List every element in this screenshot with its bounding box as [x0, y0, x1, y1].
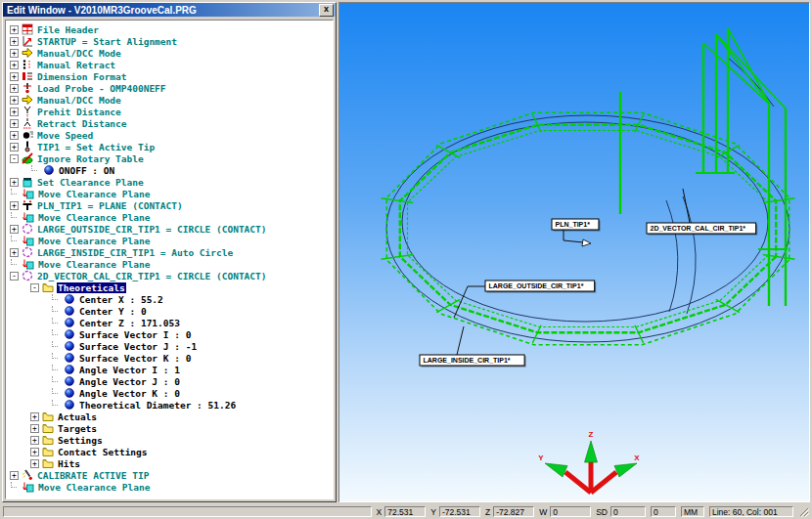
status-w-label: W — [539, 507, 547, 517]
tree-item[interactable]: -Theoreticals — [10, 281, 333, 293]
tree-connector — [11, 236, 17, 241]
tree-item[interactable]: +Manual/DCC Mode — [10, 94, 333, 106]
tree-item[interactable]: -Ignore Rotary Table — [10, 152, 333, 164]
tree-item[interactable]: Angle Vector K : 0 — [10, 387, 333, 399]
folder-icon — [42, 457, 54, 469]
expand-toggle[interactable]: - — [10, 272, 19, 281]
expand-toggle[interactable]: + — [10, 49, 19, 58]
tree-item[interactable]: Move Clearance Plane — [10, 258, 333, 270]
expand-toggle[interactable]: + — [10, 84, 19, 93]
tree-item-label: 2D_VECTOR_CAL_CIR_TIP1 = CIRCLE (CONTACT… — [36, 271, 268, 281]
expand-toggle[interactable]: - — [30, 283, 39, 292]
tree-item[interactable]: +LARGE_OUTSIDE_CIR_TIP1 = CIRCLE (CONTAC… — [10, 223, 333, 235]
tree-item-label: Angle Vector I : 1 — [78, 365, 181, 375]
tree-item[interactable]: -2D_VECTOR_CAL_CIR_TIP1 = CIRCLE (CONTAC… — [10, 270, 333, 281]
status-z-value: -72.827 — [493, 506, 534, 517]
tree-item[interactable]: Center X : 55.2 — [10, 293, 333, 305]
tree-item[interactable]: +Targets — [10, 422, 333, 434]
view-background — [339, 3, 809, 501]
expand-toggle[interactable]: + — [10, 248, 19, 257]
expand-toggle[interactable]: + — [30, 424, 39, 433]
tree-item[interactable]: Center Z : 171.053 — [10, 317, 333, 328]
expand-toggle[interactable]: + — [10, 37, 19, 46]
program-tree[interactable]: +File Header+STARTUP = Start Alignment+M… — [5, 20, 334, 499]
tree-item[interactable]: Surface Vector I : 0 — [10, 328, 333, 340]
tree-item-label: Center Y : 0 — [78, 306, 148, 317]
tree-item[interactable]: +Manual/DCC Mode — [10, 47, 333, 59]
tree-item[interactable]: +File Header — [10, 23, 333, 35]
tree-item[interactable]: +Retract Distance — [10, 117, 333, 129]
tree-indent — [10, 299, 51, 300]
tree-item[interactable]: +CALIBRATE ACTIVE TIP — [10, 469, 333, 481]
expand-toggle[interactable]: - — [10, 154, 19, 163]
tree-item-label: Surface Vector K : 0 — [78, 353, 192, 364]
tree-item-label: Move Clearance Plane — [37, 482, 151, 493]
tree-connector — [52, 318, 58, 324]
expand-toggle[interactable]: + — [30, 412, 39, 421]
sphere-bullet-icon — [64, 317, 75, 328]
tree-item-label: Manual/DCC Mode — [36, 95, 122, 106]
expand-toggle[interactable]: + — [10, 131, 19, 140]
plane-feature-icon — [22, 199, 33, 211]
tree-item[interactable]: +Dimension Format — [10, 70, 333, 82]
status-y-value: -72.531 — [439, 506, 480, 517]
tree-item[interactable]: Angle Vector J : 0 — [10, 375, 333, 387]
tree-item[interactable]: ONOFF : ON — [10, 164, 333, 176]
tree-item[interactable]: +PLN_TIP1 = PLANE (CONTACT) — [10, 199, 333, 211]
expand-toggle[interactable]: + — [10, 72, 19, 81]
tree-item-label: Set Clearance Plane — [36, 177, 145, 188]
tree-item[interactable]: +Move Speed — [10, 129, 333, 141]
folder-icon — [42, 422, 54, 434]
tree-item[interactable]: Move Clearance Plane — [10, 481, 333, 493]
tree-item[interactable]: +TIP1 = Set Active Tip — [10, 141, 333, 152]
expand-toggle[interactable]: + — [10, 96, 19, 105]
tree-item[interactable]: Center Y : 0 — [10, 305, 333, 317]
svg-text:LARGE_INSIDE_CIR_TIP1*: LARGE_INSIDE_CIR_TIP1* — [424, 357, 511, 364]
tree-item-label: Contact Settings — [57, 447, 149, 457]
window-title: Edit Window - V2010MR3GrooveCal.PRG — [7, 5, 319, 16]
expand-toggle[interactable]: + — [10, 119, 19, 128]
expand-toggle[interactable]: + — [30, 459, 39, 468]
expand-toggle[interactable]: + — [10, 61, 19, 69]
expand-toggle[interactable]: + — [30, 436, 39, 445]
tree-item[interactable]: +Hits — [10, 457, 333, 469]
tree-item[interactable]: Move Clearance Plane — [10, 235, 333, 246]
status-z-label: Z — [485, 507, 490, 517]
expand-toggle[interactable]: + — [10, 25, 19, 34]
prehit-distance-icon — [22, 106, 33, 117]
tree-item[interactable]: +Load Probe - OMP400NEFF — [10, 82, 333, 94]
graphics-view[interactable]: PLN_TIP1*2D_VECTOR_CAL_CIR_TIP1*LARGE_OU… — [339, 3, 809, 501]
close-button[interactable]: x — [319, 4, 334, 17]
tree-item[interactable]: Surface Vector K : 0 — [10, 352, 333, 364]
expand-toggle[interactable]: + — [10, 201, 19, 210]
expand-toggle[interactable]: + — [10, 143, 19, 151]
expand-toggle[interactable]: + — [10, 471, 19, 480]
sphere-bullet-icon — [43, 164, 55, 176]
expand-toggle[interactable]: + — [10, 225, 19, 234]
tree-item[interactable]: +Manual Retract — [10, 59, 333, 70]
expand-toggle[interactable]: + — [10, 108, 19, 116]
folder-icon — [42, 434, 54, 446]
tree-item[interactable]: +Contact Settings — [10, 446, 333, 457]
tree-item-label: Theoretical Diameter : 51.26 — [78, 400, 237, 411]
tree-item[interactable]: +Actuals — [10, 411, 333, 422]
tree-item[interactable]: +STARTUP = Start Alignment — [10, 35, 333, 47]
tree-item[interactable]: Move Clearance Plane — [10, 211, 333, 223]
tree-item-label: Angle Vector K : 0 — [78, 388, 181, 399]
tree-item[interactable]: +Set Clearance Plane — [10, 176, 333, 188]
tree-item[interactable]: +LARGE_INSIDE_CIR_TIP1 = Auto Circle — [10, 246, 333, 258]
tree-item-label: TIP1 = Set Active Tip — [36, 142, 156, 152]
tree-item-label: Move Clearance Plane — [37, 236, 151, 246]
tree-item[interactable]: Surface Vector J : -1 — [10, 340, 333, 352]
edit-window-titlebar[interactable]: Edit Window - V2010MR3GrooveCal.PRG x — [3, 3, 336, 17]
expand-toggle[interactable]: + — [30, 448, 39, 456]
tree-item[interactable]: +Prehit Distance — [10, 106, 333, 117]
tree-item-label: Dimension Format — [36, 71, 128, 82]
tree-item[interactable]: Angle Vector I : 1 — [10, 364, 333, 375]
expand-toggle[interactable]: + — [10, 178, 19, 187]
tree-item[interactable]: +Settings — [10, 434, 333, 446]
resize-grip[interactable] — [798, 506, 809, 517]
tree-connector — [52, 376, 58, 382]
tree-item[interactable]: Theoretical Diameter : 51.26 — [10, 399, 333, 411]
tree-item[interactable]: Move Clearance Plane — [10, 188, 333, 199]
